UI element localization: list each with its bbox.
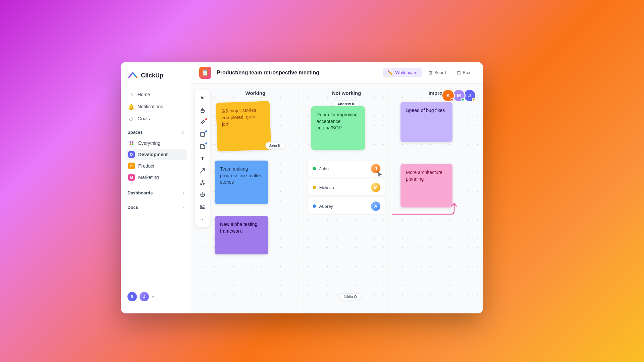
sticky-icon: [200, 144, 205, 149]
select-tool[interactable]: [197, 93, 208, 104]
sidebar-item-marketing[interactable]: M Marketing: [125, 172, 187, 183]
spaces-header: Spaces ∧: [121, 124, 191, 137]
spaces-chevron-icon[interactable]: ∧: [181, 130, 184, 135]
sidebar-item-label-marketing: Marketing: [138, 175, 159, 180]
svg-point-7: [202, 180, 203, 182]
text-tool[interactable]: T: [197, 153, 208, 164]
svg-point-6: [200, 184, 202, 185]
sidebar-item-everything[interactable]: Everything: [125, 137, 187, 149]
sidebar-item-product[interactable]: P Product: [125, 160, 187, 172]
status-dot-melissa: [313, 186, 316, 189]
svg-point-2: [132, 141, 133, 143]
badge-john-b: John B.: [265, 142, 285, 149]
person-aubrey: Aubrey A: [308, 198, 385, 214]
sidebar-item-label-notifications: Notifications: [138, 104, 163, 109]
sidebar-item-goals[interactable]: ◇ Goals: [125, 113, 187, 124]
development-badge: D: [128, 151, 135, 158]
sticky-architecture-text: More architecture planning: [406, 170, 442, 182]
sticky-architecture[interactable]: More architecture planning: [400, 164, 452, 207]
sticky-stories-completed[interactable]: 5/6 major stories completed, great job!: [216, 101, 271, 151]
goals-icon: ◇: [128, 116, 134, 122]
cursor-icon: [200, 96, 205, 101]
column-not-working-header: Not working: [301, 83, 392, 96]
chevron-down-icon[interactable]: ∨: [152, 294, 155, 299]
shape-icon: [200, 132, 205, 137]
top-avatar-1: A: [441, 89, 455, 102]
columns-container: Working 5/6 major stories completed, gre…: [210, 83, 483, 313]
sidebar-item-notifications[interactable]: 🔔 Notifications: [125, 101, 187, 112]
avatar-melissa: M: [371, 183, 380, 192]
docs-arrow-icon[interactable]: ›: [183, 205, 184, 210]
sticky-speed-bug-fixes-text: Speed of bug fixes: [406, 108, 445, 113]
person-name-john: John: [319, 166, 368, 171]
dashboards-section: Dashboards ›: [121, 186, 191, 197]
sticky-tool[interactable]: [197, 141, 208, 152]
sticky-acceptance-criteria-text: Room for improving acceptance criteria/S…: [317, 112, 358, 130]
people-list: John J Melissa M Aubrey A: [308, 161, 385, 217]
pen-tool[interactable]: [197, 117, 208, 128]
sidebar-bottom: S J ∨: [121, 288, 191, 305]
person-name-aubrey: Aubrey: [319, 204, 368, 209]
column-working-header: Working: [210, 83, 301, 96]
person-john: John J: [308, 161, 385, 177]
hand-tool[interactable]: [197, 105, 208, 116]
whiteboard-area[interactable]: A M J: [191, 83, 483, 313]
whiteboard-tab-icon: ✏️: [387, 70, 393, 75]
bell-icon: 🔔: [128, 104, 134, 110]
connector-icon: [200, 180, 205, 185]
sidebar-item-home[interactable]: ⌂ Home: [125, 89, 187, 100]
spaces-label: Spaces: [127, 130, 143, 135]
tab-board-label: Board: [434, 70, 446, 75]
clickup-logo-icon: [127, 70, 138, 81]
user-avatar-img: J: [140, 292, 149, 301]
status-indicator-1: [450, 98, 454, 101]
dashboards-arrow-icon[interactable]: ›: [183, 191, 184, 195]
svg-point-1: [130, 141, 131, 143]
logo-text: ClickUp: [141, 72, 163, 79]
product-badge: P: [128, 163, 135, 169]
sidebar: ClickUp ⌂ Home 🔔 Notifications ◇ Goals S…: [121, 62, 191, 313]
globe-tool[interactable]: [197, 189, 208, 200]
image-tool[interactable]: [197, 201, 208, 212]
sticky-alpha-testing-text: New alpha testing framework: [220, 222, 257, 234]
more-tool[interactable]: ···: [197, 214, 208, 224]
shape-tool[interactable]: [197, 129, 208, 140]
sidebar-nav: ⌂ Home 🔔 Notifications ◇ Goals: [121, 89, 191, 124]
tab-box-label: Box: [463, 70, 470, 75]
sticky-speed-bug-fixes[interactable]: Speed of bug fixes: [400, 102, 452, 142]
svg-point-8: [204, 184, 205, 185]
svg-rect-5: [201, 132, 205, 136]
sticky-alpha-testing[interactable]: New alpha testing framework: [215, 216, 268, 254]
sidebar-item-label-everything: Everything: [138, 140, 160, 146]
sticky-team-progress[interactable]: Team making progress on smaller stories: [215, 161, 268, 204]
svg-rect-0: [128, 140, 135, 146]
sidebar-item-development[interactable]: D Development: [125, 149, 187, 160]
top-avatars: A M J: [444, 89, 476, 102]
arrow-tool[interactable]: [197, 165, 208, 176]
tab-whiteboard-label: Whiteboard: [395, 70, 417, 75]
arrow-tool-icon: [200, 168, 205, 173]
tab-whiteboard[interactable]: ✏️ Whiteboard: [383, 68, 422, 77]
sticky-acceptance-criteria[interactable]: Room for improving acceptance criteria/S…: [311, 106, 365, 150]
toolbar: T: [195, 90, 210, 227]
column-working: Working 5/6 major stories completed, gre…: [210, 83, 301, 313]
status-indicator-2: [461, 98, 465, 101]
board-tab-icon: ⊞: [428, 70, 432, 75]
sidebar-item-label-product: Product: [138, 163, 154, 169]
app-window: ClickUp ⌂ Home 🔔 Notifications ◇ Goals S…: [121, 62, 483, 313]
avatar-john: J: [371, 164, 380, 173]
tab-board[interactable]: ⊞ Board: [424, 68, 451, 77]
person-name-melissa: Melissa: [319, 185, 368, 190]
svg-point-4: [132, 143, 133, 145]
status-dot-john: [313, 167, 316, 170]
home-icon: ⌂: [128, 92, 134, 98]
shape-dot: [205, 130, 207, 132]
globe-icon: [200, 192, 205, 197]
sidebar-item-label-goals: Goals: [138, 116, 150, 121]
connector-tool[interactable]: [197, 177, 208, 188]
ellipsis-icon: ···: [200, 216, 205, 222]
sticky-team-progress-text: Team making progress on smaller stories: [220, 166, 261, 185]
sticky-dot: [205, 142, 207, 144]
status-dot-aubrey: [313, 204, 316, 208]
tab-box[interactable]: ⊟ Box: [452, 68, 475, 77]
